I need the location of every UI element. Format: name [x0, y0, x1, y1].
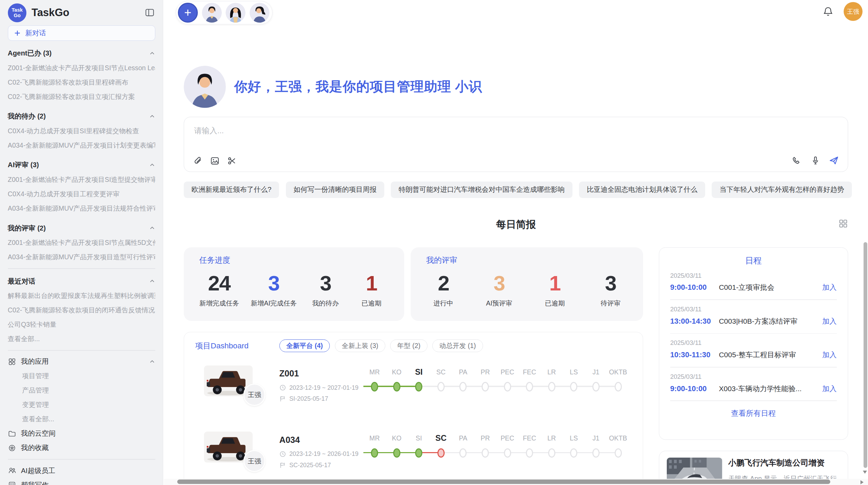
write-icon [8, 481, 16, 485]
composer-right-tools [792, 156, 839, 165]
dashboard-tab[interactable]: 全新平台 (4) [279, 339, 330, 352]
milestone-label: LS [563, 432, 585, 445]
milestone-label: J1 [585, 365, 607, 379]
collapse-sidebar-button[interactable] [144, 7, 155, 18]
event-row: 10:30-11:30C005-整车工程目标评审加入 [670, 350, 837, 360]
milestone-dot [393, 382, 400, 391]
vertical-scrollbar-thumb[interactable] [864, 242, 867, 468]
project-dashboard-card: 项目Dashboard 全新平台 (4)全新上装 (3)年型 (2)动总开发 (… [184, 332, 643, 485]
scroll-right-arrow[interactable] [860, 480, 864, 484]
sidebar-item-my-apps[interactable]: 我的应用 [8, 355, 155, 369]
event-title: C005-整车工程目标评审 [719, 350, 822, 360]
join-link[interactable]: 加入 [822, 384, 837, 394]
milestone-label: J1 [585, 432, 607, 445]
sidebar-section-title: 最近对话 [8, 277, 36, 286]
sidebar-item[interactable]: C02-飞腾新能源轻客改款项目立项汇报方案 [8, 90, 155, 104]
event-divider [670, 400, 837, 401]
dashboard-tab[interactable]: 全新上装 (3) [335, 339, 385, 352]
dashboard-tabs: 全新平台 (4)全新上装 (3)年型 (2)动总开发 (1) [279, 339, 483, 352]
phone-call-icon[interactable] [792, 156, 801, 165]
notification-bell-icon[interactable] [823, 7, 833, 16]
message-input[interactable] [184, 117, 848, 147]
image-upload-icon[interactable] [210, 156, 219, 165]
milestone-label: SC [430, 432, 452, 445]
project-row[interactable]: 王强Z0012023-12-19 ~ 2027-01-19SI-2025-05-… [184, 364, 643, 419]
sidebar-section-header[interactable]: 我的评审 (2) [8, 221, 155, 236]
milestone-dot [437, 382, 445, 391]
sidebar-item[interactable]: C02-飞腾新能源轻客改款项目的闭环通告反馈情况 [8, 303, 155, 318]
suggestion-chip[interactable]: 比亚迪全固态电池计划具体说了什么 [579, 182, 705, 198]
sidebar-item[interactable]: Z001-全新燃油轻卡产品开发项目SI节点属性5D文件评审 [8, 236, 155, 250]
milestone-dot [393, 448, 400, 458]
sidebar-section-header[interactable]: 我的待办 (2) [8, 109, 155, 124]
my-apps-subitem[interactable]: 产品管理 [22, 383, 155, 398]
suggestion-chip[interactable]: 当下年轻人对汽车外观有怎样的喜好趋势 [712, 182, 852, 198]
project-row[interactable]: 王强A0342023-12-19 ~ 2026-01-19SC-2025-05-… [184, 431, 643, 485]
sidebar-section-header[interactable]: 最近对话 [8, 274, 155, 289]
sidebar-item[interactable]: Z001-全新燃油轻卡产品开发项目SI造型提交物评审 [8, 173, 155, 187]
sidebar-item[interactable]: C0X4-动力总成开发项目SI里程碑提交物检查 [8, 124, 155, 138]
sidebar-section-header[interactable]: AI评审 (3) [8, 158, 155, 173]
scroll-down-arrow[interactable] [863, 471, 867, 474]
event-date: 2025/03/11 [670, 266, 837, 279]
new-chat-button[interactable]: 新对话 [8, 25, 155, 41]
suggestion-chip[interactable]: 如何写一份清晰的项目周报 [286, 182, 384, 198]
join-link[interactable]: 加入 [822, 316, 837, 326]
sidebar-item-help-me-write[interactable]: 帮我写作 [8, 478, 155, 485]
avatar-illustration [226, 3, 245, 23]
send-icon[interactable] [829, 156, 839, 165]
horizontal-scrollbar-thumb[interactable] [177, 480, 830, 484]
sidebar-item[interactable]: A034-全新新能源MUV产品开发项目法规符合性评审 [8, 201, 155, 216]
join-link[interactable]: 加入 [822, 283, 837, 292]
event-title: X003-车辆动力学性能验... [719, 384, 822, 394]
my-apps-subitem[interactable]: 项目管理 [22, 369, 155, 383]
sidebar-item[interactable]: A034-全新新能源MUV产品开发项目计划变更表编写 [8, 138, 155, 153]
sidebar-item-ai-super-staff[interactable]: AI超级员工 [8, 463, 155, 478]
microphone-icon[interactable] [811, 156, 820, 165]
flag-text: SI-2025-05-17 [289, 395, 328, 402]
brief-layout-grid-icon[interactable] [839, 219, 848, 230]
agent-avatar[interactable] [202, 3, 222, 23]
milestone-dots [363, 381, 631, 393]
sidebar-section-header[interactable]: Agent已办 (3) [8, 46, 155, 61]
card-title: 我的评审 [426, 255, 628, 265]
sidebar-item[interactable]: 解释最新出台的欧盟报废车法规再生塑料比例被调至15%... [8, 289, 155, 303]
scissors-icon[interactable] [227, 156, 237, 165]
people-icon [8, 467, 16, 475]
project-date-range: 2023-12-19 ~ 2026-01-19 [279, 450, 359, 458]
sidebar: Task Go TaskGo 新对话 Agent已办 (3)Z001-全新燃油皮… [0, 0, 163, 485]
stat-label: 我的待办 [309, 299, 343, 308]
dashboard-tab[interactable]: 动总开发 (1) [432, 339, 483, 352]
my-apps-subitem[interactable]: 变更管理 [22, 398, 155, 412]
agent-avatar[interactable] [226, 3, 245, 23]
user-avatar[interactable]: 王强 [844, 2, 863, 21]
stat-label: 新增完成任务 [199, 299, 239, 308]
sidebar-item[interactable]: A034-全新新能源MUV产品开发项目造型可行性评审 [8, 250, 155, 264]
milestone-label: PA [452, 432, 474, 445]
milestone-dot [371, 382, 378, 391]
attachment-paperclip-icon[interactable] [193, 156, 202, 165]
sidebar-item[interactable]: C02-飞腾新能源轻客改款项目里程碑画布 [8, 75, 155, 90]
sidebar-item[interactable]: 公司Q3轻卡销量 [8, 318, 155, 332]
sidebar-item-favorites[interactable]: 我的收藏 [8, 441, 155, 455]
add-agent-button[interactable] [178, 3, 198, 23]
greeting: 你好，王强，我是你的项目管理助理 小识 [184, 66, 482, 108]
suggestion-chip[interactable]: 欧洲新规最近颁布了什么? [184, 182, 279, 198]
view-all-schedule-link[interactable]: 查看所有日程 [659, 408, 848, 418]
sidebar-item[interactable]: 查看全部... [8, 332, 155, 346]
my-apps-subitem[interactable]: 查看全部... [22, 412, 155, 426]
cloud-space-icon [8, 430, 16, 438]
sidebar-item-cloud-space[interactable]: 我的云空间 [8, 426, 155, 441]
project-code: A034 [279, 435, 300, 445]
stat-label: 新增AI完成任务 [251, 299, 297, 308]
agent-avatar[interactable] [250, 3, 269, 23]
dashboard-tab[interactable]: 年型 (2) [390, 339, 427, 352]
sidebar-item[interactable]: Z001-全新燃油皮卡产品开发项目SI节点Lesson Learn报告 [8, 61, 155, 75]
sidebar-item[interactable]: C0X4-动力总成开发项目工程变更评审 [8, 187, 155, 201]
chevron-up-icon [149, 113, 155, 120]
stat-label: 待评审 [593, 299, 628, 308]
suggestion-chip[interactable]: 特朗普可能对进口汽车增税会对中国车企造成哪些影响 [391, 182, 572, 198]
new-chat-label: 新对话 [25, 28, 46, 38]
join-link[interactable]: 加入 [822, 350, 837, 360]
milestone-label: SI [408, 432, 430, 445]
